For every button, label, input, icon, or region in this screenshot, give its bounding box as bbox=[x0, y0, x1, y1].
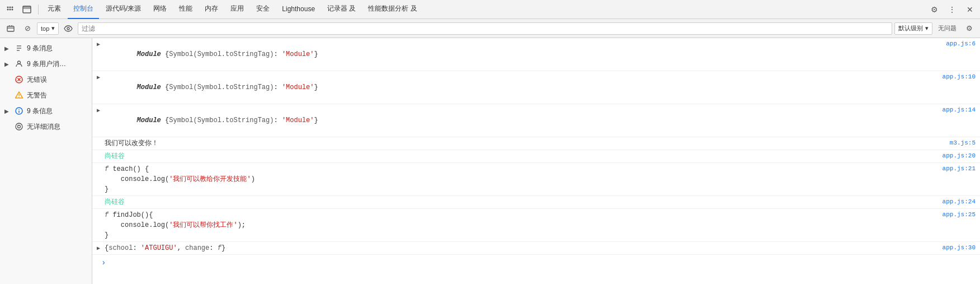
row-source-link[interactable]: app.js:6 bbox=[946, 40, 976, 47]
expand-icon3: ▶ bbox=[4, 108, 11, 114]
svg-rect-7 bbox=[23, 6, 31, 9]
tab-console[interactable]: 控制台 bbox=[68, 0, 99, 19]
row-content: f findJob(){ console.log('我们可以帮你找工作');} bbox=[105, 210, 937, 240]
tab-perf-insights[interactable]: 性能数据分析 及 bbox=[362, 0, 422, 19]
row-content: Module {Symbol(Symbol.toStringTag): 'Mod… bbox=[105, 105, 937, 136]
row-content: 我们可以改变你！ bbox=[105, 138, 944, 148]
row-expand-icon[interactable]: ▶ bbox=[97, 74, 103, 81]
block-icon[interactable]: ⊘ bbox=[20, 21, 35, 36]
tab-sources[interactable]: 源代码/来源 bbox=[100, 0, 147, 19]
svg-point-1 bbox=[10, 6, 11, 8]
console-row: ▶ Module {Symbol(Symbol.toStringTag): 'M… bbox=[92, 104, 980, 137]
row-source-link[interactable]: app.js:24 bbox=[943, 198, 976, 205]
svg-point-23 bbox=[18, 109, 20, 110]
row-source-link[interactable]: app.js:14 bbox=[943, 106, 976, 113]
row-content: 尚硅谷 bbox=[105, 197, 937, 207]
more-icon[interactable]: ⋮ bbox=[944, 2, 960, 17]
sidebar-user-messages-label: 9 条用户消… bbox=[27, 59, 87, 69]
row-expand-icon[interactable]: ▶ bbox=[97, 41, 103, 48]
svg-point-0 bbox=[7, 6, 9, 8]
sidebar: ▶ 9 条消息 ▶ 9 条用户消… ▶ bbox=[0, 38, 92, 284]
toolbar-separator bbox=[38, 4, 39, 15]
tab-performance[interactable]: 性能 bbox=[173, 0, 198, 19]
more-arrow-row: › bbox=[92, 255, 980, 271]
console-row: ▶ {school: 'ATGUIGU', change: f} app.js:… bbox=[92, 242, 980, 255]
dropdown-arrow-icon: ▾ bbox=[51, 25, 55, 32]
row-content: Module {Symbol(Symbol.toStringTag): 'Mod… bbox=[105, 72, 937, 103]
dock-icon[interactable] bbox=[19, 2, 35, 17]
info-icon bbox=[15, 106, 23, 115]
sidebar-item-info[interactable]: ▶ 9 条信息 bbox=[0, 103, 92, 119]
row-content: Module {Symbol(Symbol.toStringTag): 'Mod… bbox=[105, 39, 940, 69]
row-source-link[interactable]: app.js:25 bbox=[943, 211, 976, 218]
row-source-link[interactable]: app.js:10 bbox=[943, 73, 976, 80]
sidebar-item-errors[interactable]: ▶ 无错误 bbox=[0, 72, 92, 87]
row-content: f teach() { console.log('我们可以教给你开发技能')} bbox=[105, 164, 937, 194]
row-content: 尚硅谷 bbox=[105, 151, 937, 161]
row-source-link[interactable]: app.js:20 bbox=[943, 152, 976, 159]
warning-icon bbox=[15, 91, 23, 100]
svg-point-26 bbox=[18, 125, 21, 128]
eye-icon[interactable] bbox=[61, 21, 76, 36]
sidebar-item-verbose[interactable]: ▶ 无详细消息 bbox=[0, 119, 92, 134]
console-toolbar: ⊘ top ▾ 默认级别 ▾ 无问题 ⚙ bbox=[0, 19, 980, 38]
list-icon bbox=[15, 44, 23, 53]
level-dropdown-arrow-icon: ▾ bbox=[925, 25, 929, 32]
more-arrow-button[interactable]: › bbox=[97, 256, 110, 269]
devtools-icon[interactable] bbox=[2, 2, 18, 17]
console-row: ▶ f findJob(){ console.log('我们可以帮你找工作');… bbox=[92, 209, 980, 242]
no-issues-label: 无问题 bbox=[935, 24, 960, 32]
row-source-link[interactable]: app.js:21 bbox=[943, 165, 976, 172]
svg-point-4 bbox=[10, 8, 11, 10]
sidebar-item-warnings[interactable]: ▶ 无警告 bbox=[0, 87, 92, 103]
tab-recorder[interactable]: 记录器 及 bbox=[322, 0, 361, 19]
level-select[interactable]: 默认级别 ▾ bbox=[894, 22, 932, 35]
settings-icon[interactable]: ⚙ bbox=[926, 2, 942, 17]
row-source-link[interactable]: app.js:30 bbox=[943, 244, 976, 251]
context-selector[interactable]: top ▾ bbox=[37, 22, 59, 35]
tab-network[interactable]: 网络 bbox=[148, 0, 172, 19]
console-row: ▶ 尚硅谷 app.js:24 bbox=[92, 196, 980, 209]
error-icon bbox=[15, 75, 23, 84]
row-source-link[interactable]: m3.js:5 bbox=[950, 139, 976, 146]
filter-input[interactable] bbox=[78, 22, 892, 35]
tab-lighthouse[interactable]: Lighthouse bbox=[276, 0, 321, 19]
svg-point-12 bbox=[67, 27, 69, 30]
sidebar-item-messages[interactable]: ▶ 9 条消息 bbox=[0, 40, 92, 56]
main-layout: ▶ 9 条消息 ▶ 9 条用户消… ▶ bbox=[0, 38, 980, 284]
console-row: ▶ Module {Symbol(Symbol.toStringTag): 'M… bbox=[92, 38, 980, 71]
console-output: ▶ Module {Symbol(Symbol.toStringTag): 'M… bbox=[92, 38, 980, 284]
expand-icon2: ▶ bbox=[4, 61, 11, 67]
console-row: ▶ f teach() { console.log('我们可以教给你开发技能')… bbox=[92, 163, 980, 196]
console-row: ▶ Module {Symbol(Symbol.toStringTag): 'M… bbox=[92, 71, 980, 104]
svg-point-2 bbox=[12, 6, 13, 8]
verbose-icon bbox=[15, 122, 23, 131]
svg-point-21 bbox=[18, 97, 20, 98]
svg-point-3 bbox=[7, 8, 9, 10]
svg-point-5 bbox=[12, 8, 13, 10]
tab-elements[interactable]: 元素 bbox=[42, 0, 67, 19]
tab-application[interactable]: 应用 bbox=[225, 0, 249, 19]
user-icon bbox=[15, 59, 23, 68]
clear-console-button[interactable] bbox=[3, 21, 18, 36]
console-row: ▶ 我们可以改变你！ m3.js:5 bbox=[92, 137, 980, 150]
sidebar-errors-label: 无错误 bbox=[27, 75, 87, 85]
svg-point-16 bbox=[18, 61, 21, 64]
svg-point-25 bbox=[16, 123, 22, 130]
expand-icon: ▶ bbox=[4, 45, 11, 52]
row-expand-icon[interactable]: ▶ bbox=[97, 245, 103, 252]
sidebar-item-user-messages[interactable]: ▶ 9 条用户消… bbox=[0, 56, 92, 72]
close-icon[interactable]: ✕ bbox=[962, 2, 978, 17]
toolbar-right-icons: ⚙ ⋮ ✕ bbox=[926, 2, 978, 17]
tab-security[interactable]: 安全 bbox=[251, 0, 275, 19]
console-settings-icon[interactable]: ⚙ bbox=[962, 21, 977, 36]
sidebar-info-label: 9 条信息 bbox=[27, 106, 87, 116]
row-expand-icon[interactable]: ▶ bbox=[97, 107, 103, 114]
sidebar-verbose-label: 无详细消息 bbox=[27, 122, 87, 132]
sidebar-messages-label: 9 条消息 bbox=[27, 44, 87, 53]
console-row: ▶ 尚硅谷 app.js:20 bbox=[92, 150, 980, 163]
sidebar-warnings-label: 无警告 bbox=[27, 91, 87, 100]
row-content: {school: 'ATGUIGU', change: f} bbox=[105, 243, 937, 253]
tab-memory[interactable]: 内存 bbox=[199, 0, 224, 19]
svg-rect-8 bbox=[7, 26, 14, 31]
